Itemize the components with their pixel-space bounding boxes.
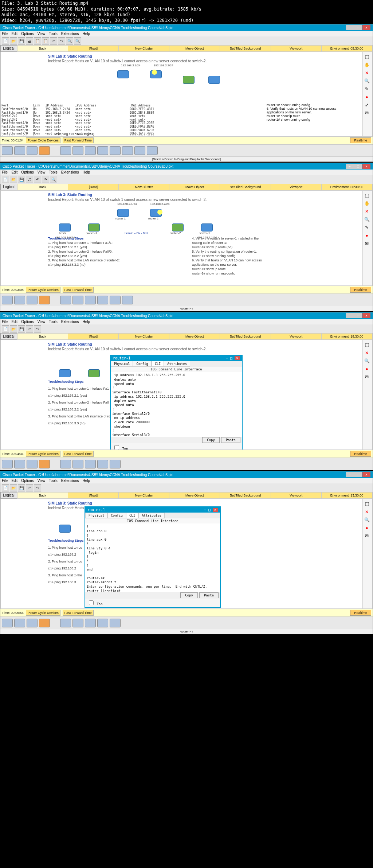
menu-help[interactable]: Help (83, 170, 90, 174)
new-icon[interactable]: 📄 (2, 484, 9, 491)
menu-tools[interactable]: Tools (49, 479, 57, 483)
pcd-button[interactable]: Power Cycle Devices (26, 137, 60, 143)
maximize-button[interactable]: □ (354, 472, 362, 477)
hosts-device[interactable] (59, 369, 71, 377)
menu-file[interactable]: File (2, 170, 8, 174)
device-model-icon[interactable] (85, 146, 96, 155)
newcluster-button[interactable]: New Cluster (119, 493, 169, 498)
menu-extensions[interactable]: Extensions (61, 479, 79, 483)
menu-help[interactable]: Help (83, 320, 90, 324)
server-1-device[interactable] (208, 76, 220, 84)
device-type-icon[interactable] (14, 296, 25, 304)
open-icon[interactable]: 📂 (10, 484, 17, 491)
device-model-icon[interactable] (72, 460, 83, 468)
inspect-icon[interactable]: 🔍 (364, 517, 370, 523)
undo-icon[interactable]: ↶ (34, 176, 41, 183)
tiled-button[interactable]: Set Tiled Background (220, 46, 271, 51)
physical-tab[interactable]: Physical (111, 361, 133, 367)
close-button[interactable]: × (362, 472, 370, 477)
back-button[interactable]: Back (17, 184, 68, 190)
hosts-device[interactable] (59, 525, 71, 533)
menu-view[interactable]: View (38, 479, 46, 483)
device-model-icon[interactable] (122, 146, 133, 155)
workspace[interactable]: SIM Lab 3: Static Routing Incident Repor… (0, 340, 373, 450)
realtime-button[interactable]: Realtime (350, 451, 371, 457)
select-icon[interactable]: ⬚ (364, 501, 370, 507)
attributes-tab[interactable]: Attributes (138, 513, 165, 518)
new-icon[interactable]: 📄 (2, 37, 9, 44)
save-icon[interactable]: 💾 (18, 176, 25, 183)
open-icon[interactable]: 📂 (10, 176, 17, 183)
minimize-button[interactable]: − (226, 356, 228, 360)
device-type-icon[interactable] (14, 146, 25, 155)
tiled-button[interactable]: Set Tiled Background (220, 493, 271, 498)
device-model-icon[interactable] (110, 619, 121, 627)
realtime-button[interactable]: Realtime (350, 137, 371, 143)
device-model-icon[interactable] (122, 296, 133, 304)
viewport-button[interactable]: Viewport (271, 184, 322, 190)
zoomin-icon[interactable]: 🔍 (50, 176, 57, 183)
hand-icon[interactable]: ✋ (364, 62, 370, 68)
pcd-button[interactable]: Power Cycle Devices (26, 287, 60, 293)
select-icon[interactable]: ⬚ (364, 192, 370, 199)
minimize-button[interactable]: − (204, 508, 206, 512)
close-button[interactable]: × (362, 25, 370, 30)
device-type-icon[interactable] (39, 146, 50, 155)
menu-help[interactable]: Help (83, 32, 90, 36)
moveobj-button[interactable]: Move Object (169, 334, 220, 339)
new-icon[interactable]: 📄 (2, 325, 9, 332)
back-button[interactable]: Back (17, 46, 68, 51)
fft-button[interactable]: Fast Forward Time (63, 287, 94, 293)
newcluster-button[interactable]: New Cluster (119, 184, 169, 190)
pdu-icon[interactable]: ✉ (364, 533, 370, 539)
open-icon[interactable]: 📂 (10, 325, 17, 332)
root-button[interactable]: [Root] (68, 184, 119, 190)
device-type-icon[interactable] (27, 619, 38, 627)
record-icon[interactable]: ● (364, 94, 370, 100)
device-model-icon[interactable] (97, 460, 108, 468)
cli-output[interactable]: ! line con 0 ! line aux 0 ! line vty 0 4… (85, 523, 220, 592)
cli-window[interactable]: router-1− □ × Physical Config CLI Attrib… (85, 506, 221, 608)
device-model-icon[interactable] (72, 296, 83, 304)
menu-options[interactable]: Options (21, 32, 34, 36)
device-model-icon[interactable] (85, 296, 96, 304)
device-model-icon[interactable] (85, 460, 96, 468)
close-button[interactable]: × (235, 356, 240, 360)
record-icon[interactable]: ● (364, 525, 370, 531)
device-type-icon[interactable] (27, 460, 38, 468)
copy-button[interactable]: Copy (180, 592, 198, 598)
open-icon[interactable]: 📂 (10, 37, 17, 44)
maximize-button[interactable]: □ (208, 508, 211, 512)
realtime-button[interactable]: Realtime (350, 610, 371, 616)
moveobj-button[interactable]: Move Object (169, 46, 220, 51)
inspect-icon[interactable]: 🔍 (364, 78, 370, 84)
device-model-icon[interactable] (60, 296, 71, 304)
redo-icon[interactable]: ↷ (42, 176, 49, 183)
switch-2-device[interactable] (172, 223, 184, 231)
menu-tools[interactable]: Tools (49, 170, 57, 174)
close-button[interactable]: × (362, 313, 370, 318)
paste-icon[interactable]: 📋 (42, 37, 49, 44)
menu-view[interactable]: View (38, 32, 46, 36)
logical-tab[interactable]: Logical (0, 333, 17, 340)
menu-edit[interactable]: Edit (11, 170, 17, 174)
hosts-device[interactable] (59, 223, 71, 231)
device-model-icon[interactable] (110, 460, 121, 468)
resize-icon[interactable]: ⤢ (364, 102, 370, 108)
menu-file[interactable]: File (2, 32, 8, 36)
cli-window[interactable]: router-1− □ × Physical Config CLI Attrib… (110, 355, 243, 450)
select-icon[interactable]: ⬚ (364, 342, 370, 348)
device-model-icon[interactable] (85, 619, 96, 627)
inspect-icon[interactable]: 🔍 (364, 358, 370, 364)
select-icon[interactable]: ⬚ (364, 54, 370, 60)
menu-file[interactable]: File (2, 320, 8, 324)
config-tab[interactable]: Config (107, 513, 126, 518)
switch-2-device[interactable] (183, 76, 195, 84)
device-type-icon[interactable] (27, 296, 38, 304)
device-model-icon[interactable] (97, 296, 108, 304)
draw-icon[interactable]: ✎ (364, 224, 370, 231)
menu-options[interactable]: Options (21, 170, 34, 174)
menu-options[interactable]: Options (21, 479, 34, 483)
device-model-icon[interactable] (60, 146, 71, 155)
delete-icon[interactable]: ✕ (364, 70, 370, 76)
